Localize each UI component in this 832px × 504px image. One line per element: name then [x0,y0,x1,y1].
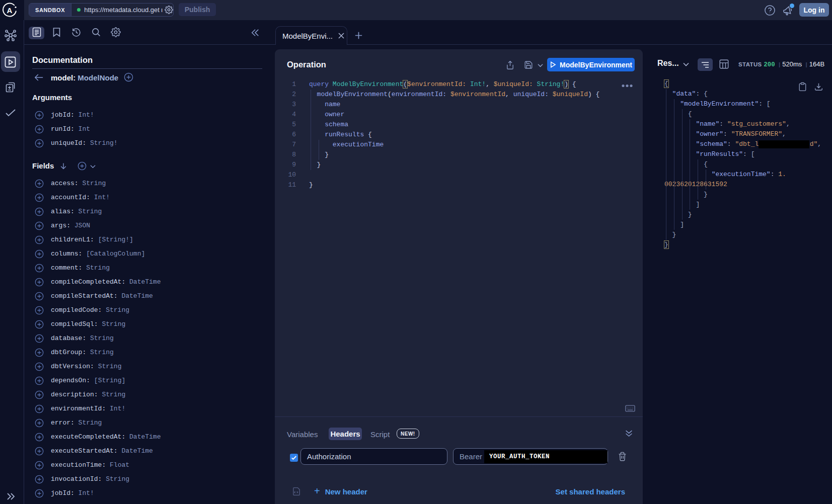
svg-text:A: A [7,6,13,15]
